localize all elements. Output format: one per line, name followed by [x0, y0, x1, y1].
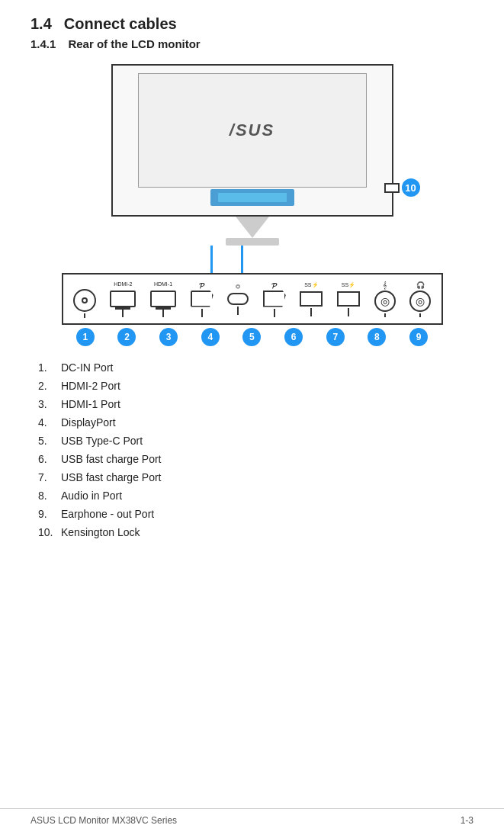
list-text-8: Audio in Port	[61, 490, 122, 502]
port8-tick	[348, 308, 349, 316]
port10-label-top: 🎧	[416, 281, 425, 289]
port-dp2: 𝓟	[263, 281, 286, 317]
badge-9: 9	[409, 328, 428, 346]
connector-lines	[62, 246, 443, 273]
number-badges-row: 1 2 3 4 5 6 7 8 9	[62, 328, 443, 346]
section-number: 1.4	[30, 15, 52, 33]
port2-label-top: HDMI-2	[114, 281, 132, 289]
list-num-10: 10.	[38, 526, 61, 538]
badge-7: 7	[326, 328, 345, 346]
port4-tick	[201, 309, 203, 317]
badge-3: 3	[159, 328, 178, 346]
kensington-box	[384, 183, 400, 193]
list-item-7: 7. USB fast charge Port	[38, 471, 474, 483]
list-text-3: HDMI-1 Port	[61, 398, 120, 410]
port-headphone: 𝄞 ◎	[374, 281, 396, 317]
list-item-3: 3. HDMI-1 Port	[38, 398, 474, 410]
list-num-9: 9.	[38, 508, 61, 520]
port6-label-top: 𝓟	[271, 281, 277, 289]
list-num-4: 4.	[38, 416, 61, 429]
list-item-4: 4. DisplayPort	[38, 416, 474, 429]
badge-8: 8	[368, 328, 386, 346]
page-footer: ASUS LCD Monitor MX38VC Series 1-3	[0, 808, 504, 826]
list-text-2: HDMI-2 Port	[61, 380, 120, 392]
list-text-1: DC-IN Port	[61, 361, 113, 374]
list-num-8: 8.	[38, 490, 61, 502]
port10-tick	[419, 313, 421, 317]
badge-2: 2	[117, 328, 136, 346]
list-text-7: USB fast charge Port	[61, 471, 162, 483]
list-num-2: 2.	[38, 380, 61, 392]
port1-icon	[73, 289, 96, 312]
list-text-9: Earphone - out Port	[61, 508, 154, 520]
list-item-8: 8. Audio in Port	[38, 490, 474, 502]
port3-icon	[150, 291, 176, 307]
badge-5: 5	[242, 328, 261, 346]
list-num-1: 1.	[38, 361, 61, 374]
footer-left: ASUS LCD Monitor MX38VC Series	[30, 815, 177, 826]
port-earphone: 🎧 ◎	[409, 281, 431, 317]
port2-icon	[110, 291, 136, 307]
port-usbc: ⏣	[227, 284, 249, 315]
port3-tick	[162, 309, 164, 317]
port6-tick	[274, 309, 275, 317]
blue-line-left	[210, 246, 213, 273]
port-usb-fast1: SS⚡	[300, 282, 323, 316]
list-num-7: 7.	[38, 471, 61, 483]
port4-icon	[191, 291, 213, 307]
list-item-9: 9. Earphone - out Port	[38, 508, 474, 520]
section-title: Connect cables	[64, 15, 177, 33]
list-item-6: 6. USB fast charge Port	[38, 453, 474, 465]
port7-tick	[310, 308, 312, 316]
list-num-5: 5.	[38, 435, 61, 447]
monitor-port-strip	[210, 189, 294, 206]
port6-icon	[263, 291, 286, 307]
port-bar: HDMI-2 HDMI-1 𝓟	[62, 273, 443, 325]
kensington-badge: 10	[402, 178, 420, 197]
badge-4: 4	[201, 328, 220, 346]
list-item-2: 2. HDMI-2 Port	[38, 380, 474, 392]
port2-tick	[122, 309, 124, 317]
port9-icon: ◎	[374, 291, 396, 312]
port3-label-top: HDMI-1	[154, 281, 172, 289]
items-list: 1. DC-IN Port 2. HDMI-2 Port 3. HDMI-1 P…	[30, 361, 474, 538]
kensington-area: 10	[384, 178, 420, 197]
port-hdmi1: HDMI-1	[150, 281, 176, 317]
list-text-6: USB fast charge Port	[61, 453, 162, 465]
list-num-3: 3.	[38, 398, 61, 410]
subsection-title: Rear of the LCD monitor	[68, 37, 200, 50]
port1-tick	[84, 313, 85, 318]
port-displayport: 𝓟	[191, 281, 213, 317]
port7-label-top: SS⚡	[304, 282, 318, 290]
diagram-area: /SUS 10	[30, 64, 474, 346]
subsection-number: 1.4.1	[30, 37, 56, 50]
list-text-10: Kensington Lock	[61, 526, 140, 538]
port4-label-top: 𝓟	[199, 281, 204, 289]
badge-1: 1	[76, 328, 95, 346]
monitor-frame: /SUS	[111, 64, 393, 217]
port10-icon: ◎	[409, 291, 431, 312]
monitor-inner: /SUS	[138, 73, 367, 188]
port-hdmi2: HDMI-2	[110, 281, 136, 317]
list-text-5: USB Type-C Port	[61, 435, 143, 447]
blue-line-right	[241, 246, 243, 273]
list-item-10: 10. Kensington Lock	[38, 526, 474, 538]
page-container: 1.4 Connect cables 1.4.1 Rear of the LCD…	[0, 0, 504, 838]
port9-tick	[384, 313, 386, 317]
port5-icon	[227, 293, 249, 305]
list-text-4: DisplayPort	[61, 416, 116, 429]
badge-6: 6	[284, 328, 303, 346]
port-dc-in	[73, 280, 96, 318]
monitor-stand-neck	[236, 217, 269, 238]
list-item-5: 5. USB Type-C Port	[38, 435, 474, 447]
port5-tick	[237, 307, 239, 315]
monitor-stand-base	[226, 238, 279, 246]
port8-label-top: SS⚡	[342, 282, 355, 290]
port8-icon	[337, 291, 360, 307]
list-item-1: 1. DC-IN Port	[38, 361, 474, 374]
port7-icon	[300, 291, 323, 307]
asus-logo: /SUS	[230, 120, 274, 140]
port5-label-top: ⏣	[236, 284, 240, 291]
list-num-6: 6.	[38, 453, 61, 465]
port-usb-fast2: SS⚡	[337, 282, 360, 316]
